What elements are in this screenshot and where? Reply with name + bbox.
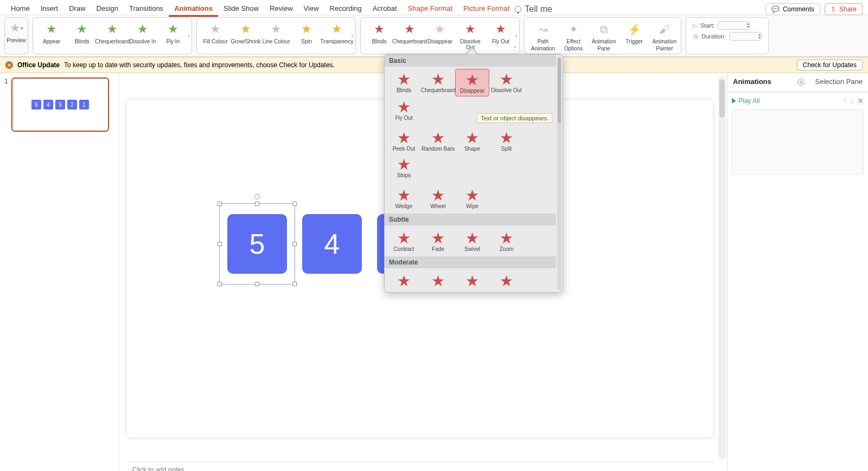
anim-fly-in[interactable]: ★Fly In: [158, 20, 188, 46]
resize-handle[interactable]: [255, 202, 259, 206]
exit-more-side[interactable]: ›: [515, 33, 517, 39]
close-pane-icon[interactable]: ⓧ: [792, 73, 810, 92]
star-icon: ★: [46, 23, 57, 35]
gallery-item-zoom[interactable]: ★Zoom: [489, 228, 524, 254]
anim-line-colour[interactable]: ★Line Colour: [261, 20, 291, 46]
menu-tab-shape-format[interactable]: Shape Format: [403, 1, 458, 17]
gallery-item-random-bars[interactable]: ★Random Bars: [421, 127, 455, 154]
delete-anim-icon[interactable]: ✕: [857, 96, 864, 105]
gallery-item-peek-out[interactable]: ★Peek Out: [387, 127, 421, 154]
anim-label: Fill Colour: [203, 38, 227, 44]
anim-chequerboard[interactable]: ★Chequerboard: [97, 20, 127, 46]
menu-tab-review[interactable]: Review: [264, 1, 298, 17]
entrance-more[interactable]: ›: [188, 33, 189, 39]
anim-disappear[interactable]: ★Disappear: [425, 20, 455, 46]
tool-icon: ⚡: [626, 21, 642, 37]
gallery-item-wedge[interactable]: ★Wedge: [387, 185, 421, 211]
anim-appear[interactable]: ★Appear: [36, 20, 67, 46]
gallery-item-strips[interactable]: ★Strips: [387, 154, 421, 180]
anim-transparency[interactable]: ★Transparency: [322, 20, 352, 46]
gallery-item[interactable]: ★: [421, 270, 455, 291]
menu-tab-animations[interactable]: Animations: [169, 1, 218, 17]
gallery-item-chequerboard[interactable]: ★Chequerboard: [421, 69, 455, 96]
gallery-item-split[interactable]: ★Split: [489, 127, 524, 154]
menu-tab-insert[interactable]: Insert: [35, 1, 64, 17]
star-icon: ★: [495, 23, 506, 35]
move-up-icon[interactable]: ↑: [843, 96, 847, 105]
gallery-item-shape[interactable]: ★Shape: [455, 127, 489, 154]
gallery-item-blinds[interactable]: ★Blinds: [387, 69, 421, 96]
anim-grow-shrink[interactable]: ★Grow/Shrink: [231, 20, 261, 46]
menu-tab-draw[interactable]: Draw: [63, 1, 91, 17]
play-icon: ▷: [693, 22, 697, 29]
tool-effect-options[interactable]: ✦EffectOptions: [558, 20, 589, 53]
menu-tab-home[interactable]: Home: [5, 1, 35, 17]
gallery-item-wheel[interactable]: ★Wheel: [421, 185, 455, 211]
anim-fly-out[interactable]: ★Fly Out: [486, 20, 516, 46]
gallery-item[interactable]: ★: [489, 270, 524, 291]
anim-chequerboard[interactable]: ★Chequerboard: [394, 20, 425, 46]
gallery-scrollbar[interactable]: [557, 57, 561, 290]
star-icon: ★: [464, 130, 481, 146]
check-updates-button[interactable]: Check for Updates: [797, 60, 863, 70]
menu-tab-acrobat[interactable]: Acrobat: [367, 1, 403, 17]
gallery-item-contract[interactable]: ★Contract: [387, 228, 421, 254]
rotate-handle[interactable]: [254, 194, 260, 199]
gallery-item-wipe[interactable]: ★Wipe: [455, 185, 489, 211]
preview-button[interactable]: ★▾ Preview: [4, 17, 28, 54]
menu-tab-transitions[interactable]: Transitions: [124, 1, 169, 17]
duration-field[interactable]: ▴▾: [729, 32, 762, 41]
tool-trigger-[interactable]: ⚡Trigger: [619, 20, 649, 46]
bulb-icon: [515, 6, 521, 12]
resize-handle[interactable]: [292, 242, 297, 246]
selection-frame[interactable]: [219, 203, 295, 285]
star-icon: ★: [168, 23, 178, 35]
gallery-item-disappear[interactable]: ★Disappear: [455, 69, 489, 96]
exit-more[interactable]: ⌄: [513, 43, 517, 49]
selection-pane-tab[interactable]: Selection Pane: [810, 73, 868, 92]
tell-me[interactable]: Tell me: [515, 4, 552, 14]
gallery-item-dissolve-out[interactable]: ★Dissolve Out: [489, 69, 524, 96]
gallery-item-swivel[interactable]: ★Swivel: [455, 228, 489, 254]
resize-handle[interactable]: [255, 282, 259, 286]
anim-blinds[interactable]: ★Blinds: [364, 20, 394, 46]
anim-dissolve-in[interactable]: ★Dissolve In: [127, 20, 158, 46]
resize-handle[interactable]: [218, 242, 222, 246]
gallery-item-fly-out[interactable]: ★Fly Out: [387, 96, 421, 123]
menu-tab-recording[interactable]: Recording: [324, 1, 367, 17]
emphasis-more[interactable]: ›: [352, 33, 353, 39]
animation-list[interactable]: [732, 109, 864, 175]
resize-handle[interactable]: [218, 282, 222, 286]
menu-tab-design[interactable]: Design: [91, 1, 124, 17]
menu-tab-slide-show[interactable]: Slide Show: [218, 1, 264, 17]
anim-label: Fly Out: [492, 38, 509, 44]
tool-icon: ✦: [565, 21, 582, 37]
resize-handle[interactable]: [292, 282, 297, 286]
start-field[interactable]: ▴▾: [718, 21, 750, 30]
gallery-item[interactable]: ★: [455, 270, 489, 291]
anim-blinds[interactable]: ★Blinds: [67, 20, 97, 46]
anim-spin[interactable]: ★Spin: [291, 20, 322, 46]
gallery-item[interactable]: ★: [387, 270, 421, 291]
resize-handle[interactable]: [292, 202, 297, 206]
shape-4[interactable]: 4: [302, 214, 362, 274]
notes-area[interactable]: Click to add notes: [127, 461, 713, 471]
resize-handle[interactable]: [218, 202, 222, 206]
tool-animation-painter[interactable]: 🖌AnimationPainter: [649, 20, 680, 53]
menu-tab-view[interactable]: View: [298, 1, 324, 17]
tool-animation-pane[interactable]: ⧉AnimationPane: [589, 20, 619, 53]
gallery-item[interactable]: ★: [387, 291, 421, 292]
animations-pane-tab[interactable]: Animations: [727, 73, 777, 92]
move-down-icon[interactable]: ↓: [850, 96, 854, 105]
slide-thumb-1[interactable]: 5 4 3 2 1: [11, 78, 109, 132]
gitem-label: Fly Out: [387, 115, 421, 121]
anim-fill-colour[interactable]: ★Fill Colour: [200, 20, 231, 46]
menu-tab-picture-format[interactable]: Picture Format: [458, 1, 515, 17]
tool-path-animation[interactable]: ↝PathAnimation: [528, 20, 558, 53]
anim-label: Chequerboard: [392, 38, 427, 44]
share-button[interactable]: ⇪ Share: [825, 3, 863, 15]
comments-button[interactable]: 💬 Comments: [765, 3, 820, 15]
gallery-item-fade[interactable]: ★Fade: [421, 228, 455, 254]
play-all-button[interactable]: Play All: [732, 97, 760, 105]
vertical-scrollbar[interactable]: [718, 76, 726, 459]
